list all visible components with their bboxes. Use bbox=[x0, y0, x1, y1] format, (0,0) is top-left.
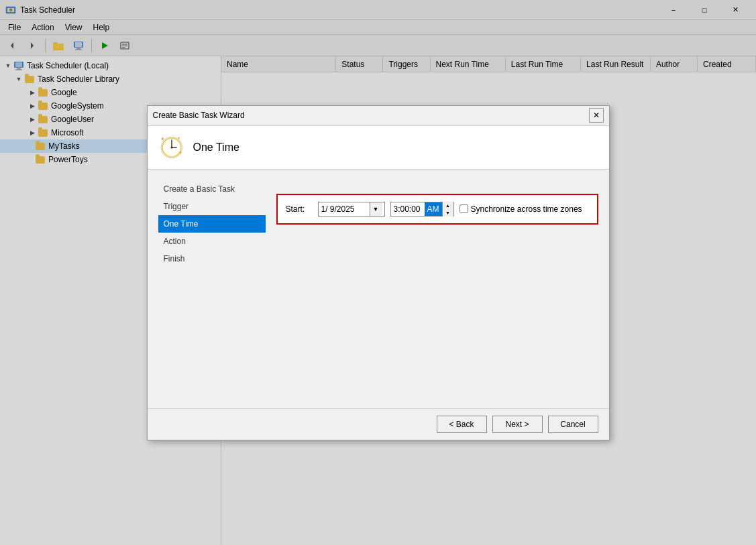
dialog-title-bar: Create Basic Task Wizard ✕ bbox=[148, 106, 609, 126]
time-input-group[interactable]: 3:00:00 AM ▲ ▼ bbox=[390, 202, 454, 217]
cancel-button[interactable]: Cancel bbox=[548, 416, 598, 433]
dialog-title: Create Basic Task Wizard bbox=[153, 111, 589, 120]
date-input-container[interactable]: 1/ 9/2025 ▼ bbox=[318, 202, 385, 217]
step-trigger[interactable]: Trigger bbox=[158, 198, 266, 215]
date-value: 1/ 9/2025 bbox=[321, 204, 370, 214]
step-one-time[interactable]: One Time bbox=[158, 215, 266, 233]
wizard-clock-icon: ✦ ✦ ✦ bbox=[158, 134, 185, 161]
svg-text:✦: ✦ bbox=[177, 136, 180, 140]
svg-text:✦: ✦ bbox=[178, 150, 182, 155]
dialog-close-button[interactable]: ✕ bbox=[589, 108, 604, 123]
start-section: Start: 1/ 9/2025 ▼ 3:00:00 AM ▲ ▼ bbox=[276, 194, 598, 225]
dialog-body: Create a Basic Task Trigger One Time Act… bbox=[148, 170, 609, 408]
svg-text:✦: ✦ bbox=[160, 136, 165, 142]
step-finish[interactable]: Finish bbox=[158, 250, 266, 267]
date-picker-button[interactable]: ▼ bbox=[370, 202, 382, 216]
sync-checkbox-container: Synchronize across time zones bbox=[460, 204, 582, 214]
dialog-footer: < Back Next > Cancel bbox=[148, 408, 609, 440]
start-label: Start: bbox=[286, 204, 313, 214]
dialog: Create Basic Task Wizard ✕ ✦ ✦ ✦ bbox=[147, 105, 610, 440]
wizard-header: ✦ ✦ ✦ One Time bbox=[148, 126, 609, 170]
wizard-steps: Create a Basic Task Trigger One Time Act… bbox=[158, 180, 266, 398]
step-action[interactable]: Action bbox=[158, 233, 266, 250]
time-spin-down-button[interactable]: ▼ bbox=[443, 209, 453, 217]
time-spinner: ▲ ▼ bbox=[442, 202, 453, 217]
next-button[interactable]: Next > bbox=[492, 416, 543, 433]
step-create-basic-task[interactable]: Create a Basic Task bbox=[158, 180, 266, 198]
wizard-title: One Time bbox=[193, 141, 239, 154]
sync-label[interactable]: Synchronize across time zones bbox=[471, 204, 582, 214]
time-spin-up-button[interactable]: ▲ bbox=[443, 202, 453, 209]
sync-timezone-checkbox[interactable] bbox=[460, 204, 468, 213]
back-button[interactable]: < Back bbox=[437, 416, 487, 433]
wizard-content: Start: 1/ 9/2025 ▼ 3:00:00 AM ▲ ▼ bbox=[276, 180, 598, 398]
ampm-value[interactable]: AM bbox=[425, 202, 442, 216]
time-value: 3:00:00 bbox=[391, 204, 425, 214]
modal-overlay: Create Basic Task Wizard ✕ ✦ ✦ ✦ bbox=[0, 0, 756, 545]
svg-point-28 bbox=[170, 146, 172, 148]
